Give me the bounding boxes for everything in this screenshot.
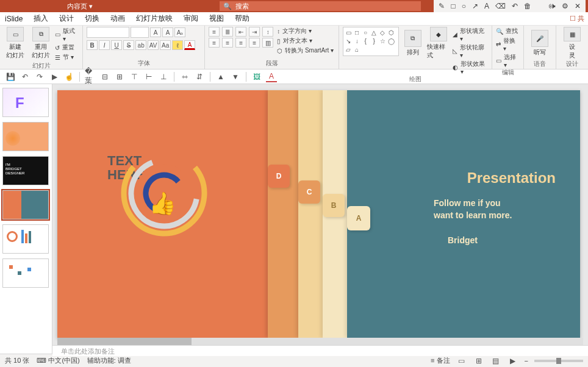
thumb-3[interactable]: I'MBRIDGETDESIGNER — [2, 156, 49, 185]
front-icon[interactable]: ▲ — [215, 71, 226, 82]
slide-canvas[interactable]: D C B A TEXTHERE 👍 Presentation Follow m… — [57, 90, 580, 338]
undo-button[interactable]: ↶ — [20, 71, 30, 82]
font-color-button[interactable]: A — [184, 40, 195, 50]
char-spacing-button[interactable]: AV — [148, 40, 159, 50]
horizontal-scrollbar[interactable] — [57, 338, 583, 345]
shadow-button[interactable]: ab — [135, 40, 146, 50]
normal-view-icon[interactable]: ▭ — [456, 355, 467, 366]
reuse-slide-button[interactable]: ⧉重用 幻灯片 — [29, 27, 52, 60]
align-left-button[interactable]: ≡ — [209, 38, 220, 48]
increase-font-button[interactable]: A — [150, 27, 161, 37]
clear-format-button[interactable]: Aₐ — [174, 27, 185, 37]
slideshow-icon[interactable]: ▶ — [49, 71, 60, 82]
thumb-6[interactable] — [2, 258, 49, 288]
close-icon[interactable]: ✕ — [575, 2, 581, 10]
align-l-icon[interactable]: �葉 — [85, 71, 96, 82]
slideshow-view-icon[interactable]: ▶ — [507, 355, 518, 366]
align-m-icon[interactable]: ⊢ — [143, 71, 154, 82]
reset-button[interactable]: ↺ 重置 — [55, 43, 79, 52]
speaker-icon[interactable]: 🕪 — [548, 2, 556, 10]
design-ideas-button[interactable]: ▦设 灵 — [560, 27, 584, 60]
shape-fill-button[interactable]: ◢ 形状填充 ▾ — [453, 27, 488, 42]
back-icon[interactable]: ▼ — [230, 71, 241, 82]
line-icon[interactable]: ↗ — [472, 2, 478, 10]
indent-inc-button[interactable]: ⇥ — [249, 27, 260, 37]
tab-animation[interactable]: 动画 — [109, 12, 126, 25]
line-spacing-button[interactable]: ↕ — [262, 27, 273, 37]
tab-islide[interactable]: iSlide — [4, 13, 24, 24]
share-button[interactable]: ☐ 共 — [570, 14, 584, 23]
replace-button[interactable]: ⇄ 替换 ▾ — [496, 37, 520, 52]
language-button[interactable]: ⌨ 中文(中国) — [37, 356, 79, 365]
dictate-button[interactable]: 🎤听写 — [528, 27, 552, 60]
quickstyle-button[interactable]: ◆快速样式 — [427, 27, 450, 60]
align-b-icon[interactable]: ⊥ — [158, 71, 169, 82]
font-name-box[interactable] — [87, 27, 129, 38]
text-icon[interactable]: A — [266, 71, 277, 82]
numbering-button[interactable]: ≣ — [222, 27, 233, 37]
zoom-out-button[interactable]: − — [525, 357, 528, 365]
notes-pane[interactable]: 单击此处添加备注 — [52, 345, 588, 356]
align-t-icon[interactable]: ⊤ — [129, 71, 140, 82]
shape-effect-button[interactable]: ◐ 形状效果 ▾ — [453, 60, 488, 75]
shape-outline-button[interactable]: ◺ 形状轮廓 ▾ — [453, 43, 488, 59]
doc-title[interactable]: 内容页 ▾ — [67, 2, 93, 11]
columns-button[interactable]: ▥ — [262, 38, 273, 48]
font-size-box[interactable] — [131, 27, 149, 38]
decrease-font-button[interactable]: A — [162, 27, 173, 37]
gear-icon[interactable]: ⚙ — [562, 2, 568, 10]
indent-dec-button[interactable]: ⇤ — [235, 27, 246, 37]
bold-button[interactable]: B — [87, 40, 98, 50]
align-text-button[interactable]: ▯ 对齐文本 ▾ — [277, 37, 334, 45]
pic-icon[interactable]: 🖼 — [251, 71, 262, 82]
accessibility-button[interactable]: 辅助功能: 调查 — [87, 356, 131, 365]
align-justify-button[interactable]: ≡ — [249, 38, 260, 48]
thumb-5[interactable] — [2, 224, 49, 254]
zoom-slider[interactable] — [534, 360, 583, 362]
align-r-icon[interactable]: ⊞ — [114, 71, 125, 82]
trash-icon[interactable]: 🗑 — [524, 2, 531, 10]
dist-h-icon[interactable]: ⇿ — [179, 71, 190, 82]
highlight-button[interactable]: ℓ — [172, 40, 183, 50]
text-a-icon[interactable]: A — [484, 2, 489, 10]
thumb-2[interactable] — [2, 122, 49, 151]
redo-button[interactable]: ↷ — [34, 71, 45, 82]
section-button[interactable]: ☰ 节 ▾ — [55, 53, 79, 62]
align-right-button[interactable]: ≡ — [235, 38, 246, 48]
save-icon[interactable]: 💾 — [5, 71, 16, 82]
thumb-1[interactable]: F — [2, 88, 49, 117]
touch-icon[interactable]: ☝ — [63, 71, 74, 82]
smartart-button[interactable]: ⬡ 转换为 SmartArt ▾ — [277, 46, 334, 55]
eraser-icon[interactable]: ⌫ — [495, 2, 506, 10]
select-button[interactable]: ▭ 选择 ▾ — [496, 53, 520, 68]
layout-button[interactable]: ▭ 版式 ▾ — [55, 27, 79, 42]
dist-v-icon[interactable]: ⇵ — [194, 71, 205, 82]
tab-view[interactable]: 视图 — [208, 12, 225, 25]
sorter-view-icon[interactable]: ⊞ — [473, 355, 484, 366]
new-slide-button[interactable]: ▭新建 幻灯片 — [4, 27, 27, 60]
undo-icon[interactable]: ↶ — [512, 2, 518, 10]
align-center-button[interactable]: ≡ — [222, 38, 233, 48]
bullets-button[interactable]: ≡ — [209, 27, 220, 37]
tab-slideshow[interactable]: 幻灯片放映 — [135, 12, 174, 25]
tab-insert[interactable]: 插入 — [32, 12, 49, 25]
pen-icon[interactable]: ✎ — [439, 2, 445, 10]
arrange-button[interactable]: ⧉排列 — [401, 27, 425, 60]
square-icon[interactable]: □ — [451, 2, 455, 10]
italic-button[interactable]: I — [99, 40, 110, 50]
align-c-icon[interactable]: ⊟ — [99, 71, 110, 82]
find-button[interactable]: 🔍 查找 — [496, 27, 520, 35]
case-button[interactable]: Aa — [160, 40, 171, 50]
notes-toggle[interactable]: ≡ 备注 — [431, 356, 450, 365]
reading-view-icon[interactable]: ▤ — [490, 355, 501, 366]
tab-help[interactable]: 帮助 — [234, 12, 251, 25]
shapes-gallery[interactable]: ▭□○△◇⬡ ↘↓{}☆◯▱⌂ — [343, 27, 399, 56]
text-direction-button[interactable]: ↕ 文字方向 ▾ — [277, 27, 334, 35]
search-box[interactable]: 🔍 搜索 — [220, 1, 421, 11]
thumb-4[interactable] — [2, 190, 49, 219]
tab-transition[interactable]: 切换 — [84, 12, 101, 25]
underline-button[interactable]: U — [111, 40, 122, 50]
tab-review[interactable]: 审阅 — [182, 12, 199, 25]
circle-icon[interactable]: ○ — [462, 2, 466, 10]
tab-design[interactable]: 设计 — [58, 12, 75, 25]
